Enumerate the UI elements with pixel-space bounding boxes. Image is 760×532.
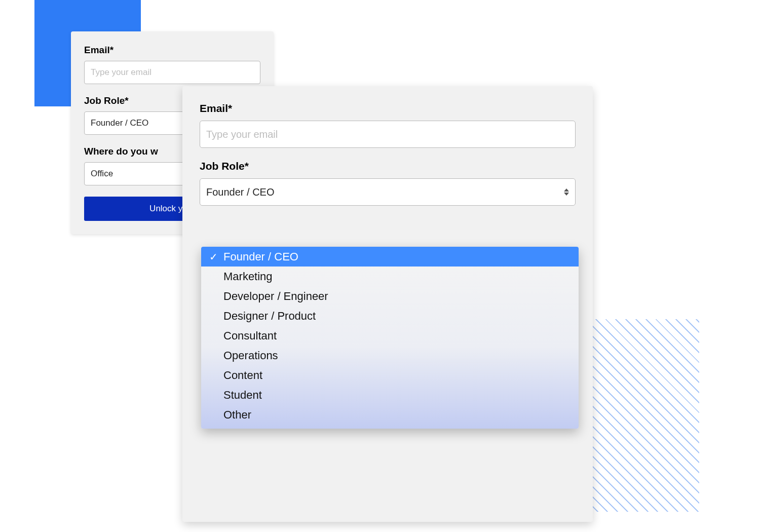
jobrole-select-front[interactable]: Founder / CEO bbox=[200, 178, 576, 206]
jobrole-option[interactable]: Operations bbox=[201, 346, 579, 365]
jobrole-label-front: Job Role* bbox=[200, 160, 576, 172]
email-label-front: Email* bbox=[200, 102, 576, 115]
select-arrow-icon bbox=[564, 188, 569, 196]
email-field-wrap-front: Email* bbox=[200, 102, 576, 148]
jobrole-field-wrap-front: Job Role* Founder / CEO bbox=[200, 160, 576, 206]
jobrole-option[interactable]: Developer / Engineer bbox=[201, 286, 579, 306]
jobrole-selected-value-front: Founder / CEO bbox=[206, 186, 275, 198]
email-label: Email* bbox=[84, 45, 260, 56]
jobrole-option[interactable]: Content bbox=[201, 365, 579, 385]
jobrole-selected-value: Founder / CEO bbox=[91, 118, 148, 128]
workplace-selected-value: Office bbox=[91, 169, 113, 179]
jobrole-option[interactable]: Designer / Product bbox=[201, 306, 579, 326]
email-field-wrap: Email* bbox=[84, 45, 260, 84]
jobrole-option[interactable]: Marketing bbox=[201, 267, 579, 286]
email-input-front[interactable] bbox=[200, 121, 576, 148]
email-input[interactable] bbox=[84, 61, 260, 84]
jobrole-option[interactable]: Consultant bbox=[201, 326, 579, 346]
jobrole-option[interactable]: Other bbox=[201, 405, 579, 425]
jobrole-option[interactable]: Founder / CEO bbox=[201, 247, 579, 267]
jobrole-option[interactable]: Student bbox=[201, 385, 579, 405]
jobrole-options-list[interactable]: Founder / CEOMarketingDeveloper / Engine… bbox=[201, 247, 579, 429]
